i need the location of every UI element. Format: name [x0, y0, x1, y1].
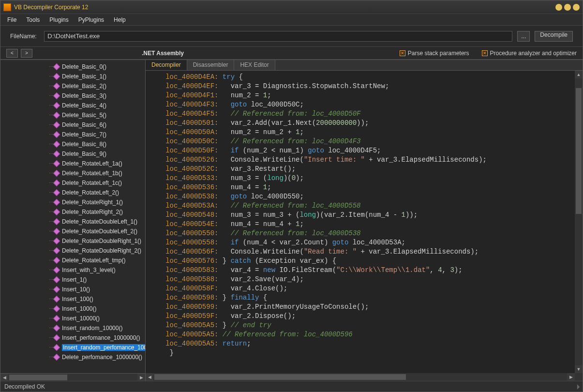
scroll-up-icon[interactable]: ▲ [575, 71, 583, 78]
tree-item[interactable]: ⋯Delete_Basic_1() [0, 72, 145, 81]
scroll-down-icon[interactable]: ▼ [575, 365, 583, 373]
tab-disassembler[interactable]: Disassembler [187, 60, 235, 70]
tree-connector-icon: ⋯ [49, 132, 53, 137]
tree-connector-icon: ⋯ [49, 113, 53, 118]
method-icon [53, 267, 60, 273]
tree-connector-icon: ⋯ [49, 84, 53, 89]
tree-connector-icon: ⋯ [49, 355, 53, 360]
menu-tools[interactable]: Tools [21, 15, 45, 25]
maximize-button[interactable] [564, 4, 571, 11]
tree-item-label: Delete_Basic_1() [62, 73, 106, 80]
method-icon [53, 199, 60, 206]
tree-item-label: Delete_Basic_5() [62, 112, 106, 119]
tree-item[interactable]: ⋯Delete_Basic_4() [0, 101, 145, 110]
code-tabs: DecompilerDisassemblerHEX Editor [146, 60, 583, 71]
tree-item[interactable]: ⋯Delete_Basic_2() [0, 81, 145, 91]
tree-item-label: Delete_RotateRight_2() [62, 209, 123, 215]
scroll-thumb[interactable] [9, 375, 67, 380]
tree-item[interactable]: ⋯Delete_perfomance_1000000() [0, 352, 145, 362]
tree-connector-icon: ⋯ [49, 210, 53, 214]
minimize-button[interactable] [555, 4, 562, 11]
tree-item[interactable]: ⋯Delete_Basic_7() [0, 130, 145, 139]
tree-connector-icon: ⋯ [49, 161, 53, 166]
tree-item[interactable]: ⋯Insert_10000() [0, 314, 145, 323]
tree-item[interactable]: ⋯Delete_RotateLeft_1c() [0, 178, 145, 188]
menu-plugins[interactable]: Plugins [45, 15, 73, 25]
checkbox-icon: ✕ [482, 50, 488, 56]
code-view[interactable]: loc_4000D4EA: try { loc_4000D4EF: var_3 … [146, 71, 583, 381]
tree-item[interactable]: ⋯Delete_RotateDoubleRight_1() [0, 236, 145, 246]
file-bar: FileName: ... Decompile [0, 26, 583, 47]
tree-item[interactable]: ⋯Delete_Basic_6() [0, 120, 145, 130]
tab-decompiler[interactable]: Decompiler [146, 60, 187, 70]
scroll-left-icon[interactable]: ◀ [0, 374, 8, 381]
scroll-right-icon[interactable]: ▶ [137, 374, 145, 381]
tree-item[interactable]: ⋯Delete_RotateLeft_2() [0, 188, 145, 197]
tree-item-label: Insert_perfomance_1000000() [62, 334, 140, 341]
tree-item[interactable]: ⋯Delete_Basic_0() [0, 62, 145, 72]
tree-item-label: Delete_Basic_4() [62, 102, 106, 109]
scroll-thumb[interactable] [154, 374, 406, 380]
decompile-button[interactable]: Decompile [535, 31, 573, 42]
menu-file[interactable]: File [2, 15, 21, 25]
tree-hscrollbar[interactable]: ◀ ▶ [0, 373, 145, 381]
tree-connector-icon: ⋯ [49, 64, 53, 69]
sub-toolbar: < > .NET Assembly ✕ Parse stack paramete… [0, 47, 583, 60]
tree-item[interactable]: ⋯Delete_RotateDoubleLeft_2() [0, 226, 145, 236]
tree-connector-icon: ⋯ [49, 219, 53, 224]
method-icon [53, 344, 60, 351]
tree-item[interactable]: ⋯Delete_Basic_8() [0, 139, 145, 149]
code-vscrollbar[interactable]: ▲ ▼ [575, 71, 583, 373]
resize-grip-icon[interactable]: ◢ [573, 383, 580, 390]
filename-input[interactable] [44, 31, 512, 42]
tree-item-label: Insert_1() [62, 276, 87, 283]
tab-hex-editor[interactable]: HEX Editor [234, 60, 275, 70]
tree-item[interactable]: ⋯Delete_RotateLeft_1a() [0, 159, 145, 168]
nav-back-button[interactable]: < [6, 49, 18, 58]
method-icon [53, 296, 60, 302]
tree-connector-icon: ⋯ [49, 345, 53, 350]
tree-connector-icon: ⋯ [49, 181, 53, 185]
tree-item[interactable]: ⋯Delete_Basic_3() [0, 91, 145, 101]
code-hscrollbar[interactable]: ◀ ▶ [146, 373, 575, 381]
tree-item[interactable]: ⋯Insert_random_10000() [0, 323, 145, 333]
window-title: VB Decompiler Corporate 12 [14, 4, 555, 11]
tree-item-label: Delete_perfomance_1000000() [62, 354, 142, 361]
tree-item[interactable]: ⋯Delete_RotateDoubleLeft_1() [0, 217, 145, 226]
tree-item[interactable]: ⋯Insert_random_perfomance_1000000() [0, 343, 145, 352]
method-icon [53, 83, 60, 90]
tree-connector-icon: ⋯ [49, 142, 53, 147]
method-icon [53, 315, 60, 322]
tree-connector-icon: ⋯ [49, 268, 53, 272]
tree-item[interactable]: ⋯Delete_RotateRight_2() [0, 207, 145, 217]
tree-list[interactable]: ⋯Delete_Basic_0()⋯Delete_Basic_1()⋯Delet… [0, 60, 145, 373]
scroll-right-icon[interactable]: ▶ [567, 373, 575, 381]
method-icon [53, 131, 60, 138]
tree-item[interactable]: ⋯Insert_1() [0, 275, 145, 285]
scroll-thumb[interactable] [576, 88, 582, 214]
tree-item[interactable]: ⋯Delete_RotateLeft_1b() [0, 168, 145, 178]
tree-item[interactable]: ⋯Delete_RotateDoubleRight_2() [0, 246, 145, 256]
menu-pyplugins[interactable]: PyPlugins [74, 15, 109, 25]
nav-forward-button[interactable]: > [21, 49, 32, 58]
close-button[interactable] [573, 4, 580, 11]
tree-connector-icon: ⋯ [49, 335, 53, 340]
browse-button[interactable]: ... [517, 31, 530, 42]
menu-help[interactable]: Help [109, 15, 131, 25]
tree-item[interactable]: ⋯Insert_with_3_level() [0, 265, 145, 275]
method-icon [53, 305, 60, 312]
tree-item[interactable]: ⋯Insert_perfomance_1000000() [0, 333, 145, 343]
tree-item[interactable]: ⋯Delete_RotateRight_1() [0, 197, 145, 207]
tree-item[interactable]: ⋯Insert_1000() [0, 304, 145, 314]
tree-item-label: Delete_RotateLeft_1c() [62, 180, 122, 186]
tree-connector-icon: ⋯ [49, 93, 53, 98]
tree-item[interactable]: ⋯Insert_10() [0, 285, 145, 294]
scroll-left-icon[interactable]: ◀ [146, 373, 153, 381]
tree-item[interactable]: ⋯Delete_Basic_9() [0, 149, 145, 159]
parse-stack-checkbox[interactable]: ✕ Parse stack parameters [400, 50, 469, 57]
tree-item[interactable]: ⋯Insert_100() [0, 294, 145, 304]
tree-item[interactable]: ⋯Delete_Basic_5() [0, 110, 145, 120]
tree-item[interactable]: ⋯Delete_RotateLeft_tmp() [0, 256, 145, 265]
analyzer-checkbox[interactable]: ✕ Procedure analyzer and optimizer [482, 50, 577, 57]
tree-connector-icon: ⋯ [49, 122, 53, 127]
